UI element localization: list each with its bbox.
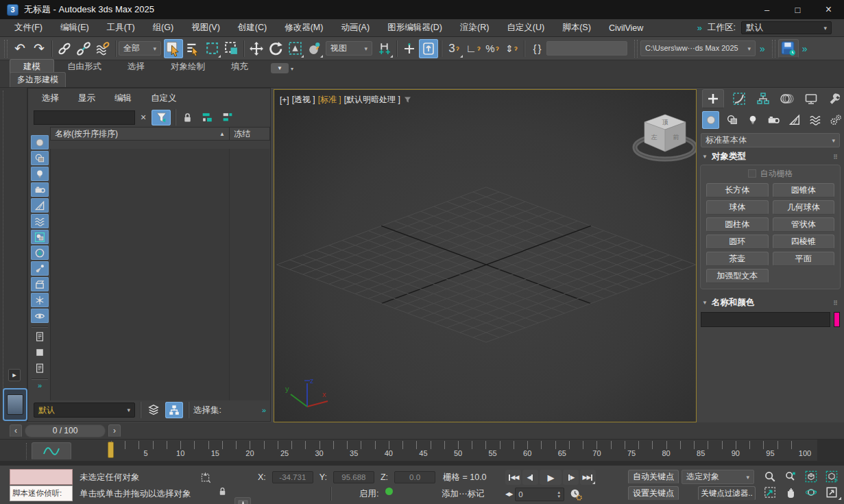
frame-counter[interactable]: 0 / 100 [25, 424, 106, 437]
mini-curve-editor-button[interactable] [32, 442, 71, 460]
create-plane-button[interactable]: 平面 [773, 252, 835, 266]
lock-explorer-button[interactable] [180, 110, 195, 125]
create-geosphere-button[interactable]: 几何球体 [773, 200, 835, 215]
column-header-frozen[interactable]: 冻结 [230, 128, 269, 140]
expand-all-button[interactable] [199, 110, 215, 125]
explorer-flat-view-icon[interactable] [31, 345, 49, 359]
create-sphere-button[interactable]: 球体 [706, 200, 769, 215]
layer-explorer-button[interactable] [145, 403, 162, 418]
window-crossing-button[interactable] [221, 39, 241, 58]
filter-shapes-icon[interactable] [31, 151, 49, 165]
select-and-link-button[interactable] [55, 39, 74, 58]
filter-groups-icon[interactable] [31, 230, 49, 244]
ribbon-tab-populate[interactable]: 填充 [218, 60, 261, 74]
use-pivot-point-center-button[interactable] [374, 39, 394, 58]
filter-space-warps-icon[interactable] [31, 214, 49, 228]
previous-key-button[interactable]: ◀ [522, 470, 538, 485]
key-filters-button[interactable]: 关键点过滤器.. [698, 486, 756, 501]
menu-create[interactable]: 创建(C) [229, 19, 276, 36]
create-cylinder-button[interactable]: 圆柱体 [706, 217, 769, 232]
keyboard-shortcut-override-button[interactable] [419, 39, 438, 58]
clear-search-icon[interactable]: × [141, 112, 146, 123]
collapse-all-button[interactable] [219, 110, 236, 125]
column-header-name[interactable]: 名称(按升序排序) ▲ [51, 128, 230, 140]
project-folder-dropdown[interactable]: C:\Users\ww⋯ds Max 2025 ▾ [640, 40, 756, 56]
toolbar-overflow-icon[interactable]: » [760, 43, 765, 54]
minimize-button[interactable]: – [751, 0, 782, 19]
tab-utilities[interactable] [826, 90, 844, 108]
menu-customize[interactable]: 自定义(U) [498, 19, 553, 36]
orbit-button[interactable] [801, 485, 821, 500]
select-and-place-button[interactable] [304, 39, 324, 58]
spinner-snap-toggle-button[interactable]: ⇕ʔ [502, 39, 521, 58]
dock-grip[interactable] [3, 91, 5, 420]
category-cameras[interactable] [766, 112, 782, 128]
category-helpers[interactable] [786, 112, 802, 128]
filter-lights-icon[interactable] [31, 167, 49, 181]
toolbar-overflow-icon-2[interactable]: » [802, 43, 808, 54]
toolbar-grip-2[interactable] [634, 40, 638, 58]
footer-overflow-icon[interactable]: » [262, 406, 266, 414]
explorer-menu-select[interactable]: 选择 [42, 93, 59, 104]
select-and-manipulate-button[interactable] [400, 39, 419, 58]
ribbon-minimize-arrow-icon[interactable]: ▾ [291, 66, 293, 72]
explorer-list-area[interactable] [50, 149, 269, 400]
zoom-all-button[interactable] [780, 469, 800, 484]
tab-hierarchy[interactable] [754, 90, 772, 108]
create-torus-button[interactable]: 圆环 [706, 235, 769, 249]
maximize-button[interactable]: □ [782, 0, 813, 19]
search-input[interactable] [34, 110, 135, 125]
name-color-rollout-header[interactable]: ▼ 名称和颜色 ⠿ [697, 293, 844, 311]
angle-snap-toggle-button[interactable]: ∟ʔ [463, 39, 483, 58]
explorer-list-view-icon[interactable] [31, 329, 49, 344]
color-swatch[interactable] [834, 312, 840, 327]
filter-containers-icon[interactable] [31, 277, 49, 291]
viewport-pov-menu[interactable]: [透视 ] [292, 94, 315, 106]
menu-scripting[interactable]: 脚本(S) [553, 19, 600, 36]
named-selection-sets-dropdown[interactable] [546, 41, 627, 56]
explorer-menu-display[interactable]: 显示 [78, 93, 95, 104]
tab-modify[interactable] [730, 90, 748, 108]
maxscript-listener-pink[interactable] [10, 469, 73, 485]
filter-bone-objects-icon[interactable] [31, 293, 49, 307]
schematic-view-button[interactable] [165, 402, 183, 418]
play-button[interactable]: ▶ [540, 470, 562, 485]
filter-button[interactable] [152, 110, 171, 125]
category-systems[interactable] [828, 112, 844, 128]
filter-helpers-icon[interactable] [31, 198, 49, 213]
zoom-button[interactable] [760, 469, 780, 484]
create-tube-button[interactable]: 管状体 [773, 217, 835, 232]
key-mode-toggle[interactable]: ◀▶ [505, 491, 512, 497]
x-coordinate-field[interactable]: -34.731 [272, 471, 313, 483]
viewcube[interactable]: 顶 左 前 [629, 104, 697, 172]
category-shapes[interactable] [724, 112, 740, 128]
menu-group[interactable]: 组(G) [144, 19, 183, 36]
viewport-style-menu[interactable]: [标准 ] [318, 94, 341, 106]
redo-button[interactable]: ↷ [29, 39, 49, 58]
selected-filter-dropdown[interactable]: 选定对象 ▾ [682, 470, 754, 484]
workspace-dropdown[interactable]: 默认 ▾ [741, 21, 832, 34]
close-button[interactable]: × [813, 0, 844, 19]
object-type-rollout-header[interactable]: ▼ 对象类型 ⠿ [697, 147, 844, 165]
edit-named-selection-sets-button[interactable]: { } [527, 39, 546, 58]
category-geometry[interactable] [702, 111, 719, 129]
select-by-name-button[interactable] [183, 39, 202, 58]
viewport-general-menu[interactable]: [+] [280, 95, 289, 105]
pan-button[interactable] [780, 485, 800, 500]
y-coordinate-field[interactable]: 95.688 [333, 471, 374, 483]
object-name-input[interactable] [701, 312, 830, 327]
unlink-selection-button[interactable] [74, 39, 93, 58]
time-configuration-button[interactable] [567, 487, 583, 501]
menu-overflow-icon[interactable]: » [697, 23, 702, 33]
selection-lock-toggle[interactable] [215, 484, 229, 498]
selection-filter-dropdown[interactable]: 全部 ▾ [119, 41, 161, 56]
tab-display[interactable] [802, 90, 820, 108]
ribbon-tab-selection[interactable]: 选择 [114, 60, 158, 74]
menu-civilview[interactable]: CivilView [600, 19, 652, 36]
viewport-layout-tab[interactable] [3, 388, 27, 421]
filter-bones-icon[interactable] [31, 261, 49, 276]
select-and-rotate-button[interactable] [266, 39, 285, 58]
zoom-extents-button[interactable] [801, 469, 821, 484]
zoom-extents-all-button[interactable] [821, 469, 841, 484]
filter-hidden-objects-icon[interactable] [31, 309, 49, 323]
